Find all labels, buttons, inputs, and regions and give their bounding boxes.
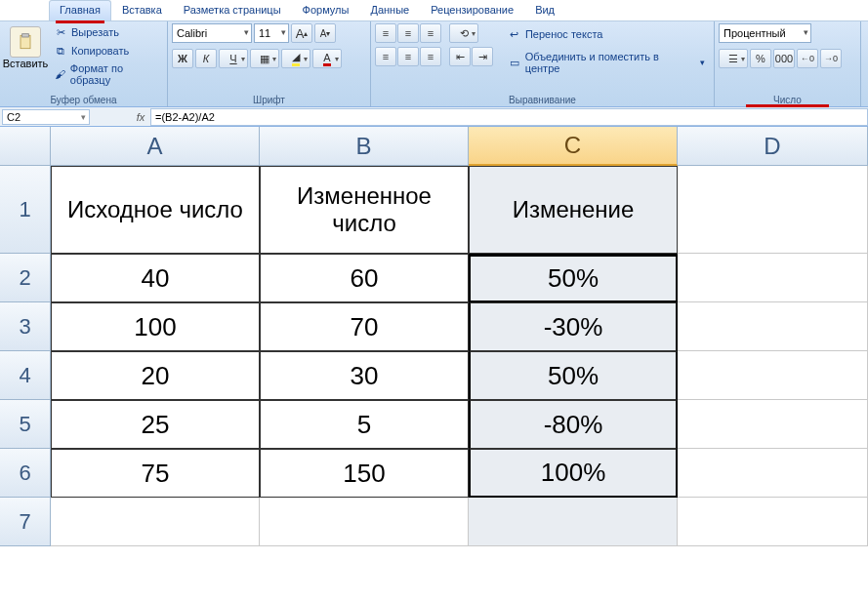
col-header-d[interactable]: D — [678, 127, 868, 166]
accounting-format-button[interactable]: ☰ — [719, 49, 748, 68]
increase-decimal-button[interactable]: ←0 — [797, 49, 818, 68]
wrap-text-button[interactable]: ↩ Перенос текста — [503, 25, 710, 43]
cell-a2[interactable]: 40 — [51, 254, 260, 302]
cell-b2[interactable]: 60 — [260, 254, 469, 302]
cell-a1[interactable]: Исходное число — [51, 166, 260, 254]
cell-c7[interactable] — [469, 498, 678, 546]
col-header-a[interactable]: A — [51, 127, 260, 166]
group-label-number: Число — [719, 94, 856, 106]
align-top-button[interactable]: ≡ — [375, 23, 396, 43]
col-header-b[interactable]: B — [260, 127, 469, 166]
group-font: Calibri 11 A▴ A▾ Ж К Ч ▦ ◢ A Шрифт — [168, 21, 371, 106]
cell-a3[interactable]: 100 — [51, 302, 260, 351]
merge-center-button[interactable]: ▭ Объединить и поместить в центре ▾ — [503, 49, 710, 76]
group-label-font: Шрифт — [172, 94, 366, 106]
cell-c1[interactable]: Изменение — [469, 166, 678, 254]
grow-font-button[interactable]: A▴ — [291, 23, 312, 43]
cell-b7[interactable] — [260, 498, 469, 546]
name-box[interactable]: C2 — [2, 109, 90, 125]
cell-d7[interactable] — [678, 498, 868, 546]
group-label-clipboard: Буфер обмена — [4, 94, 163, 106]
paste-label: Вставить — [3, 58, 49, 69]
cell-c3[interactable]: -30% — [469, 302, 678, 351]
border-button[interactable]: ▦ — [250, 49, 279, 68]
ribbon: Вставить ✂ Вырезать ⧉ Копировать 🖌 Форма… — [0, 21, 868, 107]
cell-b1[interactable]: Измененное число — [260, 166, 469, 254]
shrink-font-button[interactable]: A▾ — [314, 23, 336, 43]
decrease-decimal-button[interactable]: →0 — [820, 49, 842, 68]
cell-a5[interactable]: 25 — [51, 400, 260, 449]
cell-c2[interactable]: 50% — [469, 254, 678, 302]
row-header-1[interactable]: 1 — [0, 166, 51, 254]
paste-button[interactable]: Вставить — [4, 23, 47, 72]
tab-insert[interactable]: Вставка — [111, 0, 173, 20]
copy-icon: ⧉ — [54, 44, 67, 58]
cell-b3[interactable]: 70 — [260, 302, 469, 351]
row-header-6[interactable]: 6 — [0, 449, 51, 498]
orientation-button[interactable]: ⟲ — [449, 23, 478, 43]
cell-b6[interactable]: 150 — [260, 449, 469, 498]
font-size-combo[interactable]: 11 — [254, 23, 289, 43]
tab-data[interactable]: Данные — [359, 0, 420, 20]
cell-d6[interactable] — [678, 449, 868, 498]
cell-a4[interactable]: 20 — [51, 351, 260, 400]
row-header-7[interactable]: 7 — [0, 498, 51, 546]
group-alignment: ≡ ≡ ≡ ⟲ ≡ ≡ ≡ ⇤ ⇥ ↩ П — [371, 21, 715, 106]
align-left-button[interactable]: ≡ — [375, 47, 396, 66]
tab-page-layout[interactable]: Разметка страницы — [173, 0, 292, 20]
group-clipboard: Вставить ✂ Вырезать ⧉ Копировать 🖌 Форма… — [0, 21, 168, 106]
cell-d2[interactable] — [678, 254, 868, 302]
cell-b5[interactable]: 5 — [260, 400, 469, 449]
cell-d4[interactable] — [678, 351, 868, 400]
fx-icon[interactable]: fx — [131, 111, 150, 123]
number-format-combo[interactable]: Процентный — [719, 23, 811, 43]
col-header-c[interactable]: C — [469, 127, 678, 166]
increase-indent-button[interactable]: ⇥ — [472, 47, 493, 66]
cell-d5[interactable] — [678, 400, 868, 449]
align-middle-button[interactable]: ≡ — [397, 23, 419, 43]
merge-icon: ▭ — [508, 56, 521, 69]
cell-a7[interactable] — [51, 498, 260, 546]
font-color-button[interactable]: A — [312, 49, 342, 68]
cell-d3[interactable] — [678, 302, 868, 351]
bold-button[interactable]: Ж — [172, 49, 193, 68]
currency-icon: ☰ — [728, 53, 738, 65]
tab-home[interactable]: Главная — [49, 0, 111, 20]
cell-a6[interactable]: 75 — [51, 449, 260, 498]
tab-review[interactable]: Рецензирование — [420, 0, 524, 20]
cell-c4[interactable]: 50% — [469, 351, 678, 400]
align-center-button[interactable]: ≡ — [397, 47, 419, 66]
spreadsheet-grid: A B C D 1 Исходное число Измененное числ… — [0, 127, 868, 546]
wrap-icon: ↩ — [508, 27, 521, 41]
tab-formulas[interactable]: Формулы — [292, 0, 360, 20]
row-header-4[interactable]: 4 — [0, 351, 51, 400]
row-header-5[interactable]: 5 — [0, 400, 51, 449]
align-right-button[interactable]: ≡ — [420, 47, 441, 66]
comma-style-button[interactable]: 000 — [773, 49, 795, 68]
select-all-corner[interactable] — [0, 127, 51, 166]
ribbon-tabs: Главная Вставка Разметка страницы Формул… — [0, 0, 868, 21]
brush-icon: 🖌 — [54, 67, 66, 81]
formula-bar: C2 fx =(B2-A2)/A2 — [0, 107, 868, 127]
underline-button[interactable]: Ч — [219, 49, 248, 68]
cut-button[interactable]: ✂ Вырезать — [49, 23, 163, 41]
format-painter-button[interactable]: 🖌 Формат по образцу — [49, 60, 163, 88]
align-bottom-button[interactable]: ≡ — [420, 23, 441, 43]
formula-input[interactable]: =(B2-A2)/A2 — [150, 108, 868, 126]
italic-button[interactable]: К — [195, 49, 217, 68]
row-header-2[interactable]: 2 — [0, 254, 51, 302]
percent-style-button[interactable]: % — [750, 49, 771, 68]
border-icon: ▦ — [260, 53, 269, 65]
row-header-3[interactable]: 3 — [0, 302, 51, 351]
group-label-alignment: Выравнивание — [375, 94, 710, 106]
decrease-indent-button[interactable]: ⇤ — [449, 47, 471, 66]
copy-button[interactable]: ⧉ Копировать — [49, 42, 163, 60]
fill-color-button[interactable]: ◢ — [281, 49, 310, 68]
clipboard-icon — [10, 26, 41, 58]
cell-c5[interactable]: -80% — [469, 400, 678, 449]
cell-b4[interactable]: 30 — [260, 351, 469, 400]
cell-d1[interactable] — [678, 166, 868, 254]
font-name-combo[interactable]: Calibri — [172, 23, 252, 43]
cell-c6[interactable]: 100% — [469, 449, 678, 498]
tab-view[interactable]: Вид — [524, 0, 565, 20]
